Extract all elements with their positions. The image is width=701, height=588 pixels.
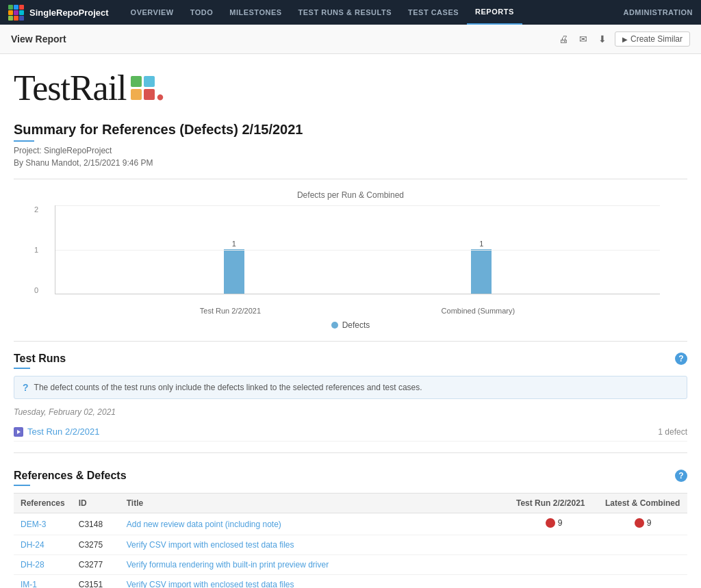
- logo-dot: [8, 16, 13, 21]
- cell-latest-1: [598, 535, 687, 555]
- testrail-logo-icon: [131, 76, 155, 100]
- date-label: Tuesday, February 02, 2021: [14, 407, 687, 417]
- app-name: SingleRepoProject: [29, 8, 109, 18]
- run-dot-0: [546, 518, 555, 528]
- chart-title: Defects per Run & Combined: [14, 190, 687, 200]
- run-num-0: 9: [558, 518, 563, 528]
- top-navbar: SingleRepoProject OVERVIEW TODO MILESTON…: [0, 0, 701, 25]
- main-content: TestRail . Summary for References (Defec…: [0, 54, 701, 588]
- test-run-link[interactable]: Test Run 2/2/2021: [27, 426, 100, 437]
- logo-dot: [14, 10, 18, 15]
- references-heading: References & Defects: [14, 470, 127, 482]
- logo-dot: [8, 10, 13, 15]
- logo-dot: [19, 16, 24, 21]
- ref-link-0[interactable]: DEM-3: [21, 520, 46, 529]
- logo-dot: [19, 10, 24, 15]
- title-link-2[interactable]: Verify formula rendering with built-in p…: [127, 560, 329, 570]
- cell-run-1: [509, 535, 598, 555]
- chart-legend: Defects: [14, 320, 687, 330]
- col-header-references: References: [14, 494, 72, 513]
- chart-area: 2 1 0 1 1: [55, 205, 660, 315]
- y-label-0: 0: [34, 286, 38, 294]
- run-icon: [14, 427, 23, 437]
- col-header-title: Title: [120, 494, 509, 513]
- cell-id-3: C3151: [72, 575, 120, 589]
- ref-link-3[interactable]: IM-1: [21, 580, 37, 588]
- page-header: View Report 🖨 ✉ ⬇ ▶ Create Similar: [0, 25, 701, 54]
- create-similar-button[interactable]: ▶ Create Similar: [615, 31, 690, 47]
- table-row: IM-1C3151Verify CSV import with enclosed…: [14, 575, 687, 589]
- logo-square-green: [131, 76, 142, 87]
- test-run-left: Test Run 2/2/2021: [14, 426, 100, 437]
- logo-dot-period: .: [156, 68, 165, 108]
- report-project: Project: SingleRepoProject: [14, 146, 687, 155]
- nav-milestones[interactable]: MILESTONES: [221, 0, 290, 25]
- info-box: ? The defect counts of the test runs onl…: [14, 376, 687, 399]
- download-button[interactable]: ⬇: [596, 32, 609, 46]
- ref-link-1[interactable]: DH-24: [21, 540, 44, 550]
- bar-2: [471, 249, 492, 294]
- logo-square-blue: [144, 76, 155, 87]
- test-runs-underline: [14, 368, 30, 369]
- run-badge-0: 9: [546, 518, 563, 528]
- references-help-icon[interactable]: ?: [675, 470, 687, 482]
- report-author: By Shanu Mandot, 2/15/2021 9:46 PM: [14, 158, 687, 168]
- email-button[interactable]: ✉: [576, 32, 590, 46]
- create-similar-label: Create Similar: [630, 34, 683, 44]
- report-title: Summary for References (Defects) 2/15/20…: [14, 122, 687, 138]
- cell-run-3: [509, 575, 598, 589]
- testrail-logo: TestRail .: [14, 68, 687, 108]
- cell-title-0: Add new review data point (including not…: [120, 513, 509, 535]
- x-label-2: Combined (Summary): [442, 307, 515, 315]
- references-heading-row: References & Defects ?: [14, 470, 687, 482]
- table-row: DEM-3C3148Add new review data point (inc…: [14, 513, 687, 535]
- title-link-1[interactable]: Verify CSV import with enclosed test dat…: [127, 540, 294, 550]
- title-link-0[interactable]: Add new review data point (including not…: [127, 520, 281, 529]
- latest-num-0: 9: [647, 518, 652, 528]
- nav-overview[interactable]: OVERVIEW: [123, 0, 182, 25]
- cell-id-0: C3148: [72, 513, 120, 535]
- defect-count: 1 defect: [658, 427, 687, 437]
- app-logo-grid: [8, 5, 24, 21]
- latest-badge-0: 9: [635, 518, 652, 528]
- references-table: References ID Title Test Run 2/2/2021 La…: [14, 493, 687, 588]
- nav-reports[interactable]: REPORTS: [467, 0, 522, 25]
- bar-value-1: 1: [232, 240, 236, 248]
- title-divider: [14, 140, 34, 142]
- title-link-3[interactable]: Verify CSV import with enclosed test dat…: [127, 580, 294, 588]
- cell-latest-0: 9: [598, 513, 687, 535]
- y-label-2: 2: [34, 205, 38, 214]
- info-text: The defect counts of the test runs only …: [34, 383, 422, 392]
- ref-link-2[interactable]: DH-28: [21, 560, 44, 570]
- cell-run-2: [509, 555, 598, 575]
- divider-2: [14, 341, 687, 342]
- bar-group-2: 1: [471, 240, 492, 294]
- admin-link[interactable]: ADMINISTRATION: [623, 8, 693, 16]
- cell-run-0: 9: [509, 513, 598, 535]
- references-section: References & Defects ? References ID Tit…: [14, 470, 687, 588]
- nav-todo[interactable]: TODO: [182, 0, 222, 25]
- logo-square-red: [144, 89, 155, 100]
- test-runs-heading-row: Test Runs ?: [14, 353, 687, 365]
- cell-id-2: C3277: [72, 555, 120, 575]
- nav-test-runs-results[interactable]: TEST RUNS & RESULTS: [290, 0, 400, 25]
- play-icon: ▶: [622, 36, 628, 43]
- bar-group-1: 1: [224, 240, 244, 294]
- cell-title-3: Verify CSV import with enclosed test dat…: [120, 575, 509, 589]
- cell-id-1: C3275: [72, 535, 120, 555]
- print-button[interactable]: 🖨: [556, 32, 571, 46]
- bar-value-2: 1: [479, 240, 483, 248]
- logo-square-orange: [131, 89, 142, 100]
- table-row: DH-24C3275Verify CSV import with enclose…: [14, 535, 687, 555]
- legend-dot: [331, 322, 338, 329]
- cell-title-2: Verify formula rendering with built-in p…: [120, 555, 509, 575]
- table-header-row: References ID Title Test Run 2/2/2021 La…: [14, 494, 687, 513]
- test-runs-help-icon[interactable]: ?: [675, 353, 687, 365]
- nav-test-cases[interactable]: TEST CASES: [400, 0, 467, 25]
- divider-3: [14, 452, 687, 453]
- testrail-logo-text: TestRail: [14, 68, 127, 108]
- cell-ref-2: DH-28: [14, 555, 72, 575]
- col-header-testrun: Test Run 2/2/2021: [509, 494, 598, 513]
- logo-dot: [8, 5, 13, 10]
- test-runs-heading: Test Runs: [14, 353, 66, 365]
